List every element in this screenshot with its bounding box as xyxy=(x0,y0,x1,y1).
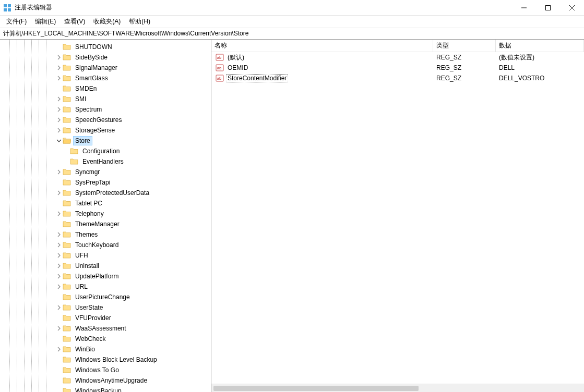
tree-item[interactable]: SideBySide xyxy=(0,52,211,63)
tree-item[interactable]: StorageSense xyxy=(0,125,211,136)
tree-item[interactable]: UserState xyxy=(0,302,211,313)
tree-item[interactable]: Tablet PC xyxy=(0,198,211,209)
tree-item[interactable]: WebCheck xyxy=(0,334,211,344)
tree-item[interactable]: Configuration xyxy=(0,146,211,156)
tree-item[interactable]: Uninstall xyxy=(0,261,211,271)
chevron-right-icon[interactable] xyxy=(55,96,63,102)
tree-item[interactable]: URL xyxy=(0,281,211,292)
chevron-right-icon[interactable] xyxy=(55,305,63,310)
chevron-right-icon[interactable] xyxy=(55,232,63,237)
chevron-right-icon[interactable] xyxy=(55,263,63,268)
tree-item[interactable]: Spectrum xyxy=(0,104,211,115)
tree-item-label: UserState xyxy=(73,303,105,312)
minimize-button[interactable] xyxy=(512,0,536,15)
tree-item-label: TouchKeyboard xyxy=(73,240,121,250)
tree-item-label: ThemeManager xyxy=(73,219,122,229)
column-header-data[interactable]: 数据 xyxy=(496,40,584,52)
tree-item[interactable]: SMDEn xyxy=(0,83,211,94)
folder-icon xyxy=(63,64,71,72)
tree-item-label: StorageSense xyxy=(73,126,117,135)
tree-item[interactable]: Themes xyxy=(0,229,211,240)
value-data: (数值未设置) xyxy=(496,53,584,62)
tree-item-label: Configuration xyxy=(80,146,122,156)
tree-item[interactable]: SmartGlass xyxy=(0,73,211,83)
tree-item[interactable]: WaaSAssessment xyxy=(0,323,211,334)
value-row[interactable]: (默认)REG_SZ(数值未设置) xyxy=(211,52,584,63)
folder-icon xyxy=(63,95,71,103)
tree-item[interactable]: WindowsBackup xyxy=(0,386,211,392)
tree-item[interactable]: ThemeManager xyxy=(0,219,211,229)
value-row[interactable]: StoreContentModifierREG_SZDELL_VOSTRO xyxy=(211,73,584,83)
value-name: StoreContentModifier xyxy=(226,74,288,82)
menu-favorites[interactable]: 收藏夹(A) xyxy=(89,16,125,27)
tree-item[interactable]: Telephony xyxy=(0,209,211,219)
tree-pane[interactable]: SHUTDOWNSideBySideSignalManagerSmartGlas… xyxy=(0,40,211,392)
chevron-right-icon[interactable] xyxy=(55,326,63,331)
tree-item-label: Syncmgr xyxy=(73,167,102,177)
window-title: 注册表编辑器 xyxy=(15,3,52,12)
chevron-right-icon[interactable] xyxy=(55,117,63,123)
folder-icon xyxy=(63,293,71,301)
tree-item[interactable]: SystemProtectedUserData xyxy=(0,188,211,198)
value-row[interactable]: OEMIDREG_SZDELL xyxy=(211,63,584,73)
chevron-right-icon[interactable] xyxy=(55,274,63,279)
tree-item[interactable]: UFH xyxy=(0,250,211,261)
tree-item[interactable]: VFUProvider xyxy=(0,313,211,323)
chevron-right-icon[interactable] xyxy=(55,76,63,81)
chevron-right-icon[interactable] xyxy=(55,242,63,248)
tree-item-label: Store xyxy=(73,136,92,145)
tree-item[interactable]: Store xyxy=(0,136,211,146)
value-name-cell: (默认) xyxy=(211,53,433,63)
list-pane[interactable]: 名称 类型 数据 (默认)REG_SZ(数值未设置)OEMIDREG_SZDEL… xyxy=(211,40,584,392)
horizontal-scrollbar[interactable] xyxy=(211,384,584,392)
tree-item-label: Windows Block Level Backup xyxy=(73,355,159,364)
scrollbar-thumb[interactable] xyxy=(213,386,419,391)
tree-item[interactable]: Syncmgr xyxy=(0,167,211,177)
tree-item[interactable]: SHUTDOWN xyxy=(0,42,211,52)
menu-edit[interactable]: 编辑(E) xyxy=(31,16,60,27)
close-button[interactable] xyxy=(560,0,584,15)
chevron-right-icon[interactable] xyxy=(55,253,63,258)
menu-view[interactable]: 查看(V) xyxy=(60,16,89,27)
column-header-name[interactable]: 名称 xyxy=(211,40,433,52)
tree-item[interactable]: SysPrepTapi xyxy=(0,177,211,188)
chevron-right-icon[interactable] xyxy=(55,190,63,195)
folder-icon xyxy=(63,345,71,353)
tree-item[interactable]: SpeechGestures xyxy=(0,115,211,125)
tree-item[interactable]: EventHandlers xyxy=(0,156,211,167)
tree-item[interactable]: WinBio xyxy=(0,344,211,354)
chevron-down-icon[interactable] xyxy=(55,138,63,143)
tree-item[interactable]: TouchKeyboard xyxy=(0,240,211,250)
folder-icon xyxy=(70,147,78,155)
tree-item[interactable]: SignalManager xyxy=(0,63,211,73)
folder-icon xyxy=(63,178,71,187)
chevron-right-icon[interactable] xyxy=(55,107,63,112)
tree-item[interactable]: Windows To Go xyxy=(0,365,211,375)
chevron-right-icon[interactable] xyxy=(55,169,63,175)
tree-item-label: SMDEn xyxy=(73,84,99,93)
menubar: 文件(F) 编辑(E) 查看(V) 收藏夹(A) 帮助(H) xyxy=(0,16,584,28)
menu-help[interactable]: 帮助(H) xyxy=(125,16,154,27)
folder-icon xyxy=(63,376,71,385)
chevron-right-icon[interactable] xyxy=(55,211,63,216)
tree-item[interactable]: Windows Block Level Backup xyxy=(0,354,211,365)
address-bar[interactable]: 计算机\HKEY_LOCAL_MACHINE\SOFTWARE\Microsof… xyxy=(0,28,584,40)
tree-item[interactable]: UserPictureChange xyxy=(0,292,211,302)
chevron-right-icon[interactable] xyxy=(55,65,63,70)
menu-file[interactable]: 文件(F) xyxy=(2,16,31,27)
chevron-right-icon[interactable] xyxy=(55,347,63,352)
tree-item-label: SystemProtectedUserData xyxy=(73,188,151,198)
tree-item[interactable]: WindowsAnytimeUpgrade xyxy=(0,375,211,386)
chevron-right-icon[interactable] xyxy=(55,284,63,289)
folder-icon xyxy=(63,262,71,270)
maximize-button[interactable] xyxy=(536,0,560,15)
chevron-right-icon[interactable] xyxy=(55,128,63,133)
tree-item-label: UFH xyxy=(73,251,90,260)
folder-icon xyxy=(63,53,71,62)
tree-item[interactable]: UpdatePlatform xyxy=(0,271,211,281)
chevron-right-icon[interactable] xyxy=(55,55,63,60)
column-header-type[interactable]: 类型 xyxy=(433,40,496,52)
tree-item[interactable]: SMI xyxy=(0,94,211,104)
tree-item-label: SpeechGestures xyxy=(73,115,124,125)
folder-icon xyxy=(63,230,71,239)
